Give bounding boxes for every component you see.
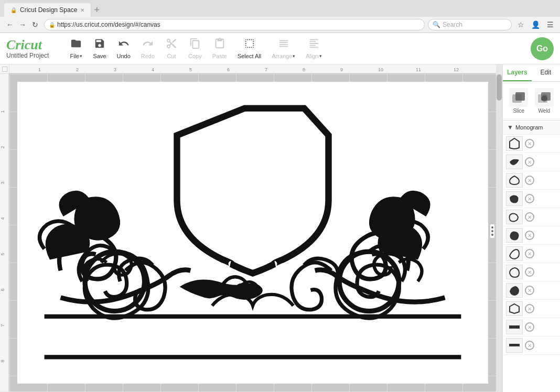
search-placeholder: Search: [443, 21, 462, 28]
undo-icon: [118, 38, 130, 52]
logo-wrapper: Cricut Untitled Project: [6, 38, 49, 59]
layer-thumb-4: [506, 191, 523, 206]
svg-text:6: 6: [227, 67, 230, 72]
layer-item: ✕: [503, 281, 560, 300]
refresh-button[interactable]: ↻: [29, 19, 41, 30]
layer-thumb-2: [506, 155, 523, 169]
svg-rect-28: [515, 92, 525, 101]
search-box[interactable]: 🔍 Search: [428, 19, 512, 30]
design-svg: [17, 82, 488, 384]
scrollbar-thumb-right[interactable]: [497, 74, 502, 101]
layer-item: ✕: [503, 135, 560, 153]
svg-rect-32: [509, 344, 520, 346]
layer-item: ✕: [503, 171, 560, 190]
layer-item: ✕: [503, 208, 560, 226]
slice-button[interactable]: Slice: [507, 86, 531, 116]
weld-button[interactable]: Weld: [533, 86, 556, 116]
layer-visibility-6[interactable]: ✕: [525, 231, 534, 240]
svg-text:4: 4: [152, 67, 154, 72]
layer-thumb-5: [506, 210, 523, 224]
layer-item: ✕: [503, 263, 560, 281]
layer-visibility-11[interactable]: ✕: [525, 322, 534, 332]
tab-edit[interactable]: Edit: [532, 64, 561, 81]
arrange-button[interactable]: Arrange ▾: [267, 36, 299, 61]
paste-button[interactable]: Paste: [208, 36, 231, 61]
ruler-left-svg: 1 2 3 4 5 6 7 8: [0, 74, 9, 391]
layer-visibility-1[interactable]: ✕: [525, 139, 534, 148]
svg-text:1: 1: [0, 110, 5, 113]
svg-text:2: 2: [0, 146, 5, 148]
select-all-button[interactable]: Select All: [233, 36, 265, 61]
panel-collapse-handle[interactable]: [490, 224, 495, 238]
select-all-label: Select All: [238, 53, 261, 59]
svg-text:2: 2: [76, 67, 79, 72]
main-layout: 1 2 3 4 5 6 7 8 9 10 11 12 1 2 3 4: [0, 64, 560, 392]
layer-thumb-6: [506, 228, 523, 243]
svg-text:4: 4: [0, 217, 5, 220]
layer-thumb-7: [506, 246, 523, 261]
user-icon[interactable]: 👤: [530, 19, 541, 30]
layer-visibility-2[interactable]: ✕: [525, 157, 534, 167]
layer-visibility-10[interactable]: ✕: [525, 304, 534, 313]
layer-thumb-9: [506, 283, 523, 298]
tab-layers[interactable]: Layers: [503, 64, 532, 81]
browser-nav-buttons: ← → ↻: [4, 19, 41, 30]
layer-visibility-7[interactable]: ✕: [525, 249, 534, 258]
cricut-logo: Cricut: [6, 38, 42, 52]
redo-icon: [142, 38, 154, 52]
layer-item: ✕: [503, 153, 560, 171]
layer-item: ✕: [503, 336, 560, 355]
menu-icon[interactable]: ☰: [544, 19, 556, 30]
browser-chrome: 🔒 Cricut Design Space ✕ + ← → ↻ 🔒 https:…: [0, 0, 560, 33]
forward-button[interactable]: →: [17, 19, 28, 30]
layer-thumb-12: [506, 338, 523, 353]
ruler-top: 1 2 3 4 5 6 7 8 9 10 11 12: [9, 64, 496, 74]
paste-icon: [214, 38, 225, 52]
redo-button[interactable]: Redo: [137, 36, 159, 61]
file-button[interactable]: File ▾: [66, 36, 87, 61]
layer-visibility-12[interactable]: ✕: [525, 341, 534, 350]
svg-text:12: 12: [454, 67, 459, 72]
panel-tabs: Layers Edit: [503, 64, 560, 82]
canvas-area: 1 2 3 4 5 6 7 8 9 10 11 12 1 2 3 4: [0, 64, 502, 392]
ruler-top-svg: 1 2 3 4 5 6 7 8 9 10 11 12: [9, 64, 496, 74]
svg-text:11: 11: [416, 67, 421, 72]
layer-thumb-11: [506, 320, 523, 334]
layer-visibility-3[interactable]: ✕: [525, 176, 534, 185]
layer-list: ✕ ✕ ✕ ✕: [503, 135, 560, 392]
save-label: Save: [93, 53, 106, 59]
toolbar: File ▾ Save Undo Redo: [66, 36, 520, 61]
browser-tab[interactable]: 🔒 Cricut Design Space ✕: [4, 3, 91, 17]
panel-actions: Slice Weld: [503, 82, 560, 121]
back-button[interactable]: ←: [4, 19, 16, 30]
undo-button[interactable]: Undo: [112, 36, 134, 61]
browser-icons: ☆ 👤 ☰: [515, 19, 556, 30]
address-bar[interactable]: 🔒 https://us.cricut.com/design/#/canvas: [44, 19, 425, 30]
svg-text:3: 3: [0, 181, 5, 184]
copy-icon: [189, 38, 201, 52]
browser-tab-bar: 🔒 Cricut Design Space ✕ +: [0, 0, 560, 17]
copy-button[interactable]: Copy: [184, 36, 206, 61]
layer-visibility-8[interactable]: ✕: [525, 267, 534, 277]
group-collapse-icon[interactable]: ▼: [507, 124, 513, 131]
save-icon: [94, 38, 105, 52]
layer-visibility-5[interactable]: ✕: [525, 212, 534, 222]
svg-text:3: 3: [114, 67, 116, 72]
scrollbar-right[interactable]: [496, 74, 502, 392]
group-label: Monogram: [515, 124, 543, 130]
file-icon: [70, 38, 82, 52]
layer-thumb-1: [506, 136, 523, 151]
layer-visibility-9[interactable]: ✕: [525, 286, 534, 295]
align-button[interactable]: Align ▾: [301, 36, 326, 61]
bookmark-icon[interactable]: ☆: [515, 19, 526, 30]
arrange-icon: [278, 38, 289, 52]
go-button[interactable]: Go: [531, 37, 554, 60]
paste-label: Paste: [212, 53, 227, 59]
cut-button[interactable]: Cut: [161, 36, 182, 61]
svg-text:10: 10: [378, 67, 383, 72]
save-button[interactable]: Save: [89, 36, 110, 61]
layer-visibility-4[interactable]: ✕: [525, 194, 534, 203]
layer-thumb-8: [506, 265, 523, 279]
design-canvas[interactable]: [17, 82, 488, 384]
layer-item: ✕: [503, 245, 560, 263]
